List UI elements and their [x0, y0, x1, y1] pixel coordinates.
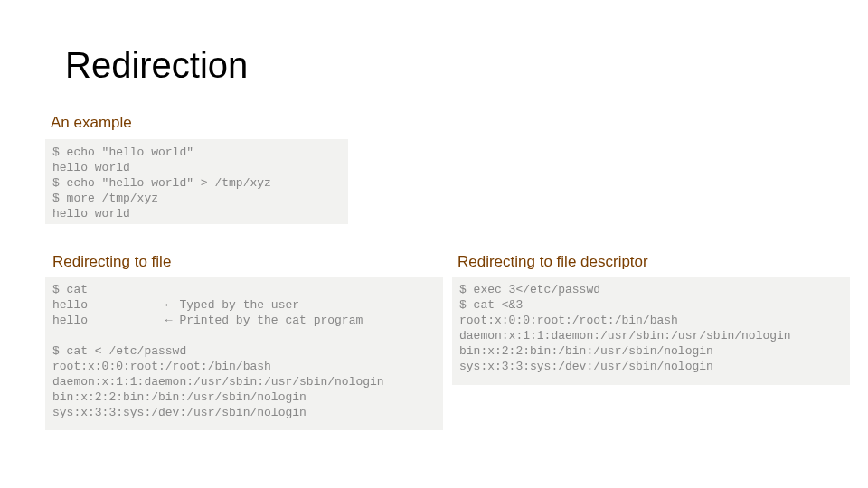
code-block-example: $ echo "hello world" hello world $ echo …: [45, 139, 348, 224]
heading-redirect-to-file: Redirecting to file: [52, 253, 171, 271]
heading-example: An example: [51, 114, 132, 132]
heading-redirect-to-fd: Redirecting to file descriptor: [458, 253, 648, 271]
slide: Redirection An example $ echo "hello wor…: [0, 0, 868, 488]
code-block-redirect-to-fd: $ exec 3</etc/passwd $ cat <&3 root:x:0:…: [452, 277, 850, 385]
page-title: Redirection: [65, 45, 248, 86]
code-block-redirect-to-file: $ cat hello ← Typed by the user hello ← …: [45, 277, 443, 430]
